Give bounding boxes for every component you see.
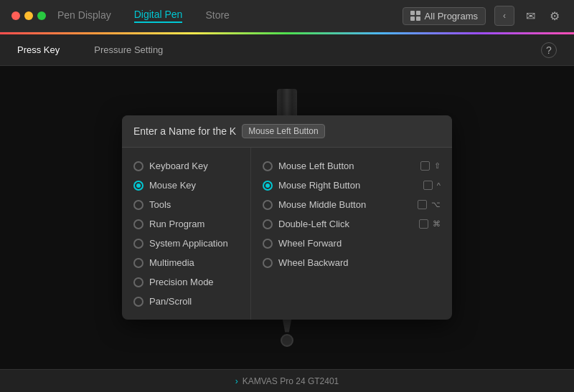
device-label: KAMVAS Pro 24 GT2401 [243, 376, 339, 386]
mouse-left-button-label: Mouse Left Button [278, 161, 354, 171]
nav-back-button[interactable]: ‹ [494, 6, 514, 26]
multimedia-label: Multimedia [149, 257, 194, 268]
option-pan-scroll[interactable]: Pan/Scroll [122, 292, 250, 311]
mouse-left-button-item[interactable]: Mouse Left Button ⇧ [251, 156, 452, 176]
nav-pen-display[interactable]: Pen Display [57, 9, 111, 22]
double-left-click-left: Double-Left Click [263, 219, 349, 229]
minimize-button[interactable] [24, 11, 33, 20]
checkbox-mouse-middle-alt[interactable] [418, 200, 427, 209]
wheel-backward-left: Wheel Backward [263, 257, 349, 268]
chevron-left-icon: ‹ [503, 11, 506, 21]
radio-double-left-click [263, 219, 273, 229]
keyboard-key-label: Keyboard Key [149, 161, 208, 171]
pan-scroll-label: Pan/Scroll [149, 296, 192, 307]
dialog-title: Enter a Name for the K [133, 125, 236, 137]
double-left-click-item[interactable]: Double-Left Click ⌘ [251, 214, 452, 234]
tooltip-badge: Mouse Left Button [242, 124, 324, 138]
wheel-forward-item[interactable]: Wheel Forward [251, 234, 452, 253]
wheel-backward-item[interactable]: Wheel Backward [251, 253, 452, 272]
radio-multimedia [133, 258, 144, 268]
all-programs-button[interactable]: All Programs [403, 7, 486, 25]
shift-symbol: ⇧ [434, 161, 441, 171]
ctrl-symbol: ^ [437, 181, 441, 190]
bottom-chevron-icon: › [235, 376, 238, 386]
radio-tools [133, 200, 144, 210]
system-application-label: System Application [149, 238, 228, 249]
mouse-right-button-modifiers: ^ [423, 181, 441, 190]
radio-mouse-key [133, 181, 144, 191]
radio-run-program [133, 219, 144, 229]
mouse-right-button-label: Mouse Right Button [278, 180, 360, 191]
wheel-forward-label: Wheel Forward [278, 238, 342, 249]
checkbox-double-left-cmd[interactable] [419, 219, 428, 229]
option-system-application[interactable]: System Application [122, 234, 250, 253]
wheel-forward-left: Wheel Forward [263, 238, 342, 249]
option-multimedia[interactable]: Multimedia [122, 253, 250, 272]
radio-precision-mode [133, 277, 144, 287]
radio-pan-scroll [133, 297, 144, 307]
close-button[interactable] [11, 11, 20, 20]
wheel-backward-label: Wheel Backward [278, 257, 349, 268]
dialog-title-bar: Enter a Name for the K Mouse Left Button [122, 115, 452, 148]
checkbox-mouse-left-shift[interactable] [420, 161, 430, 171]
titlebar: Pen Display Digital Pen Store All Progra… [0, 0, 574, 32]
mouse-middle-button-modifiers: ⌥ [418, 200, 441, 209]
mouse-middle-button-item[interactable]: Mouse Middle Button ⌥ [251, 195, 452, 214]
option-run-program[interactable]: Run Program [122, 214, 250, 234]
settings-button[interactable]: ⚙ [547, 6, 563, 26]
precision-mode-label: Precision Mode [149, 277, 214, 287]
tools-label: Tools [149, 199, 171, 210]
mouse-key-label: Mouse Key [149, 180, 196, 191]
double-left-click-modifiers: ⌘ [419, 219, 441, 229]
sub-header: Press Key Pressure Setting ? [0, 34, 574, 66]
all-programs-label: All Programs [425, 11, 478, 21]
mouse-right-button-left: Mouse Right Button [263, 180, 360, 191]
dialog-body: Keyboard Key Mouse Key Tools Run Program [122, 148, 452, 320]
key-name-dialog: Enter a Name for the K Mouse Left Button… [122, 115, 452, 320]
mouse-left-button-modifiers: ⇧ [420, 161, 441, 171]
checkbox-mouse-right-ctrl[interactable] [423, 181, 433, 190]
bottom-bar: › KAMVAS Pro 24 GT2401 [0, 369, 574, 392]
radio-system-application [133, 239, 144, 249]
tab-press-key[interactable]: Press Key [17, 44, 60, 55]
main-content: Enter a Name for the K Mouse Left Button… [0, 66, 574, 369]
option-mouse-key[interactable]: Mouse Key [122, 176, 250, 195]
run-program-label: Run Program [149, 219, 204, 229]
grid-icon [410, 11, 420, 21]
radio-keyboard-key [133, 161, 144, 171]
dialog-left-panel: Keyboard Key Mouse Key Tools Run Program [122, 148, 251, 320]
option-keyboard-key[interactable]: Keyboard Key [122, 156, 250, 176]
mouse-middle-button-left: Mouse Middle Button [263, 199, 366, 210]
dialog-overlay: Enter a Name for the K Mouse Left Button… [0, 66, 574, 369]
mail-button[interactable]: ✉ [523, 6, 538, 26]
mouse-left-button-left: Mouse Left Button [263, 161, 354, 171]
option-precision-mode[interactable]: Precision Mode [122, 272, 250, 292]
radio-wheel-backward [263, 258, 273, 268]
double-left-click-label: Double-Left Click [278, 219, 349, 229]
radio-mouse-left-button [263, 161, 273, 171]
nav-tabs: Pen Display Digital Pen Store [57, 9, 403, 23]
alt-symbol: ⌥ [431, 200, 441, 209]
maximize-button[interactable] [37, 11, 46, 20]
cmd-symbol: ⌘ [433, 219, 441, 229]
radio-mouse-right-button [263, 181, 273, 191]
mouse-right-button-item[interactable]: Mouse Right Button ^ [251, 176, 452, 195]
tab-pressure-setting[interactable]: Pressure Setting [94, 44, 163, 55]
titlebar-right: All Programs ‹ ✉ ⚙ [403, 6, 563, 26]
help-button[interactable]: ? [541, 42, 557, 58]
radio-wheel-forward [263, 239, 273, 249]
option-tools[interactable]: Tools [122, 195, 250, 214]
nav-digital-pen[interactable]: Digital Pen [134, 9, 183, 23]
mouse-middle-button-label: Mouse Middle Button [278, 199, 366, 210]
nav-store[interactable]: Store [205, 9, 229, 22]
traffic-lights [11, 11, 46, 20]
dialog-right-panel: Mouse Left Button ⇧ Mouse Right Button [251, 148, 452, 320]
radio-mouse-middle-button [263, 200, 273, 210]
